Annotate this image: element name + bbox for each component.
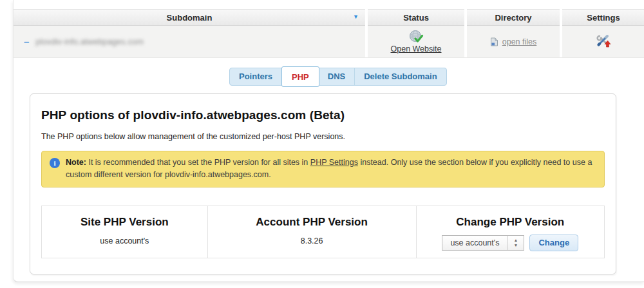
change-php-version-heading: Change PHP Version [417, 216, 604, 229]
content-wrapper: Subdomain ▼ Status Directory Settings – … [13, 0, 644, 282]
settings-tools-icon[interactable] [595, 34, 612, 50]
note-label: Note: [66, 158, 86, 167]
column-header-settings-label: Settings [587, 13, 620, 23]
php-options-panel: PHP options of plovdiv-info.atwebpages.c… [30, 93, 616, 274]
subdomain-cell: – plovdiv-info.atwebpages.com [14, 26, 365, 57]
account-php-version-heading: Account PHP Version [208, 216, 416, 229]
php-version-select[interactable]: use account's ▲▼ [442, 235, 524, 251]
site-php-version-cell: Site PHP Version use account's [42, 206, 207, 258]
tab-php[interactable]: PHP [281, 66, 319, 87]
globe-check-icon[interactable] [408, 30, 424, 44]
info-icon: i [50, 158, 60, 168]
column-header-directory: Directory [467, 9, 560, 26]
open-website-link[interactable]: Open Website [391, 44, 442, 53]
settings-cell [562, 26, 644, 57]
open-files-link[interactable]: open files [502, 37, 537, 46]
collapse-minus-icon[interactable]: – [24, 36, 29, 47]
panel-title: PHP options of plovdiv-info.atwebpages.c… [41, 108, 605, 122]
sort-arrow-icon[interactable]: ▼ [353, 14, 359, 20]
php-settings-link[interactable]: PHP Settings [310, 158, 358, 167]
column-header-settings: Settings [562, 9, 644, 26]
row-divider [14, 57, 644, 58]
subdomain-table-header: Subdomain ▼ Status Directory Settings [14, 9, 644, 26]
page: Subdomain ▼ Status Directory Settings – … [0, 0, 644, 288]
change-php-version-cell: Change PHP Version use account's ▲▼ Chan… [416, 206, 604, 258]
column-header-status-label: Status [403, 13, 429, 23]
column-header-subdomain-label: Subdomain [167, 13, 213, 23]
column-header-subdomain[interactable]: Subdomain ▼ [14, 9, 365, 26]
select-spinner-icon: ▲▼ [507, 236, 524, 250]
change-button[interactable]: Change [529, 235, 578, 251]
subdomain-name: plovdiv-info.atwebpages.com [35, 37, 144, 46]
account-php-version-value: 8.3.26 [208, 236, 416, 245]
site-php-version-heading: Site PHP Version [42, 216, 207, 229]
tab-delete-subdomain[interactable]: Delete Subdomain [355, 68, 446, 85]
account-php-version-cell: Account PHP Version 8.3.26 [207, 206, 416, 258]
status-cell: Open Website [368, 26, 464, 57]
panel-description: The PHP options below allow management o… [41, 132, 605, 141]
php-version-table: Site PHP Version use account's Account P… [41, 206, 605, 258]
column-header-directory-label: Directory [495, 13, 531, 23]
php-version-select-value: use account's [442, 236, 507, 250]
change-php-version-controls: use account's ▲▼ Change [417, 235, 604, 251]
tab-pointers[interactable]: Pointers [230, 68, 282, 85]
site-php-version-value: use account's [42, 236, 207, 245]
directory-cell: open files [467, 26, 560, 57]
note-box: i Note: It is recommended that you set t… [41, 151, 605, 187]
subdomain-row: – plovdiv-info.atwebpages.com Open Websi… [14, 26, 644, 57]
subdomain-tabbar: Pointers PHP DNS Delete Subdomain [229, 68, 447, 86]
file-icon [490, 37, 498, 46]
note-text-before-link: It is recommended that you set the PHP v… [86, 158, 310, 167]
tab-dns[interactable]: DNS [319, 68, 355, 85]
column-header-status: Status [368, 9, 464, 26]
